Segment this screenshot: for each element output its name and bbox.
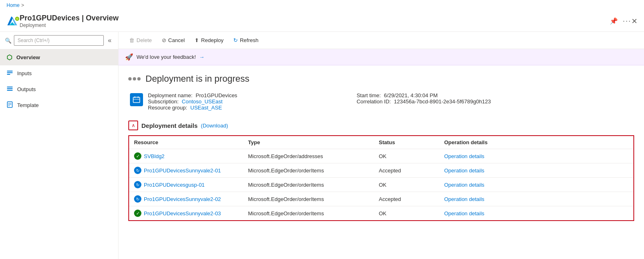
operation-details-link[interactable]: Operation details (444, 210, 484, 217)
col-type: Type (243, 136, 374, 149)
delete-icon: 🗑 (129, 37, 134, 43)
progress-icon: ↻ (134, 167, 141, 174)
resource-link[interactable]: SVBldg2 (144, 153, 165, 159)
status-cell: OK (374, 149, 439, 163)
cancel-icon: ⊘ (162, 37, 166, 43)
main-content: 🗑 Delete ⊘ Cancel ⬆ Redeploy ↻ Refresh (119, 32, 644, 259)
sidebar-item-overview[interactable]: ⬡ Overview (0, 49, 118, 65)
start-time-line: Start time: 6/29/2021, 4:30:04 PM (357, 92, 491, 98)
subscription-label: Subscription: (148, 98, 179, 105)
start-time-value: 6/29/2021, 4:30:04 PM (384, 92, 438, 98)
correlation-label: Correlation ID: (357, 98, 391, 105)
download-link[interactable]: (Download) (201, 123, 228, 129)
resource-link[interactable]: Pro1GPUDevicesSunnyvale2-02 (144, 196, 221, 202)
resource-cell: ↻ Pro1GPUDevicesSunnyvale2-01 (129, 163, 243, 178)
resource-group-line: Resource group: USEast_ASE (148, 105, 237, 111)
deployment-name-value: Pro1GPUDevices (196, 92, 237, 98)
table-row: ↻ Pro1GPUDevicesgusp-01 Microsoft.EdgeOr… (129, 178, 634, 192)
subscription-link[interactable]: Contoso_USEast (182, 98, 223, 105)
svg-rect-9 (7, 88, 13, 89)
redeploy-button[interactable]: ⬆ Redeploy (190, 35, 228, 45)
search-input[interactable] (14, 35, 104, 46)
type-cell: Microsoft.EdgeOrder/orderItems (243, 178, 374, 192)
more-options-icon[interactable]: ··· (623, 17, 631, 25)
operation-cell: Operation details (439, 206, 634, 221)
sidebar: 🔍 « ⬡ Overview Inputs Outputs (0, 32, 119, 259)
status-cell: OK (374, 206, 439, 221)
search-icon: 🔍 (5, 38, 11, 44)
breadcrumb-sep: > (21, 2, 24, 8)
details-section: ∧ Deployment details (Download) Resource… (128, 121, 634, 221)
table-row: ↻ Pro1GPUDevicesSunnyvale2-01 Microsoft.… (129, 163, 634, 178)
operation-cell: Operation details (439, 163, 634, 178)
success-icon: ✓ (134, 152, 141, 160)
details-header: ∧ Deployment details (Download) (128, 121, 634, 130)
refresh-button[interactable]: ↻ Refresh (229, 35, 263, 45)
operation-details-link[interactable]: Operation details (444, 196, 484, 202)
progress-icon: ↻ (134, 195, 141, 203)
operation-details-link[interactable]: Operation details (444, 153, 484, 159)
template-icon (7, 101, 13, 109)
sidebar-item-label: Inputs (17, 70, 31, 76)
close-button[interactable]: ✕ (631, 17, 637, 26)
success-icon: ✓ (134, 210, 141, 217)
sidebar-item-inputs[interactable]: Inputs (0, 65, 118, 81)
deployment-info-right: Start time: 6/29/2021, 4:30:04 PM Correl… (357, 92, 491, 105)
col-operation: Operation details (439, 136, 634, 149)
sidebar-item-label: Overview (16, 54, 40, 60)
sidebar-item-template[interactable]: Template (0, 97, 118, 113)
resource-link[interactable]: Pro1GPUDevicesSunnyvale2-03 (144, 210, 221, 217)
table-row: ✓ Pro1GPUDevicesSunnyvale2-03 Microsoft.… (129, 206, 634, 221)
deployment-details-table: Resource Type Status Operation details ✓… (128, 135, 634, 221)
search-bar: 🔍 « (0, 32, 118, 49)
sidebar-item-label: Template (17, 102, 39, 108)
header-title-block: Pro1GPUDevices | Overview Deployment (20, 14, 610, 28)
resource-group-label: Resource group: (148, 105, 187, 111)
breadcrumb-home[interactable]: Home (7, 2, 20, 8)
deployment-section: Deployment is in progress Deployment nam… (119, 65, 644, 229)
inputs-icon (7, 69, 13, 77)
resource-cell: ✓ Pro1GPUDevicesSunnyvale2-03 (129, 206, 243, 221)
app-logo (7, 15, 20, 28)
breadcrumb: Home > (0, 0, 644, 11)
progress-icon: ↻ (134, 181, 141, 188)
table-row: ✓ SVBldg2 Microsoft.EdgeOrder/addresses … (129, 149, 634, 163)
status-cell: Accepted (374, 163, 439, 178)
page-header: Pro1GPUDevices | Overview Deployment 📌 ·… (0, 11, 644, 32)
correlation-line: Correlation ID: 123456a-7bcd-8901-2e34-5… (357, 98, 491, 105)
pin-icon[interactable]: 📌 (610, 17, 618, 25)
col-resource: Resource (129, 136, 243, 149)
spinner-icon (128, 77, 141, 80)
svg-rect-6 (7, 72, 13, 73)
operation-cell: Operation details (439, 149, 634, 163)
page-title: Pro1GPUDevices | Overview (20, 14, 610, 22)
feedback-icon: 🚀 (125, 53, 133, 61)
resource-link[interactable]: Pro1GPUDevicesgusp-01 (144, 182, 205, 188)
operation-cell: Operation details (439, 192, 634, 206)
feedback-banner: 🚀 We'd love your feedback! → (119, 49, 644, 65)
collapse-sidebar-button[interactable]: « (106, 36, 113, 45)
feedback-link-arrow[interactable]: → (199, 54, 204, 60)
start-time-label: Start time: (357, 92, 381, 98)
resource-group-link[interactable]: USEast_ASE (190, 105, 222, 111)
resource-cell: ✓ SVBldg2 (129, 149, 243, 163)
svg-rect-7 (7, 74, 10, 75)
resource-link[interactable]: Pro1GPUDevicesSunnyvale2-01 (144, 167, 221, 174)
type-cell: Microsoft.EdgeOrder/orderItems (243, 206, 374, 221)
page-subtitle: Deployment (20, 22, 610, 28)
operation-details-link[interactable]: Operation details (444, 167, 484, 174)
delete-button[interactable]: 🗑 Delete (125, 35, 156, 45)
svg-rect-15 (133, 97, 140, 103)
outputs-icon (7, 85, 13, 93)
status-cell: OK (374, 178, 439, 192)
deployment-header: Deployment is in progress (128, 74, 634, 84)
deployment-info-left: Deployment name: Pro1GPUDevices Subscrip… (148, 92, 237, 111)
cancel-button[interactable]: ⊘ Cancel (158, 35, 189, 45)
collapse-details-button[interactable]: ∧ (128, 121, 138, 130)
svg-rect-10 (7, 90, 13, 91)
table-row: ↻ Pro1GPUDevicesSunnyvale2-02 Microsoft.… (129, 192, 634, 206)
operation-details-link[interactable]: Operation details (444, 182, 484, 188)
toolbar: 🗑 Delete ⊘ Cancel ⬆ Redeploy ↻ Refresh (119, 32, 644, 49)
refresh-icon: ↻ (233, 37, 238, 43)
sidebar-item-outputs[interactable]: Outputs (0, 81, 118, 97)
